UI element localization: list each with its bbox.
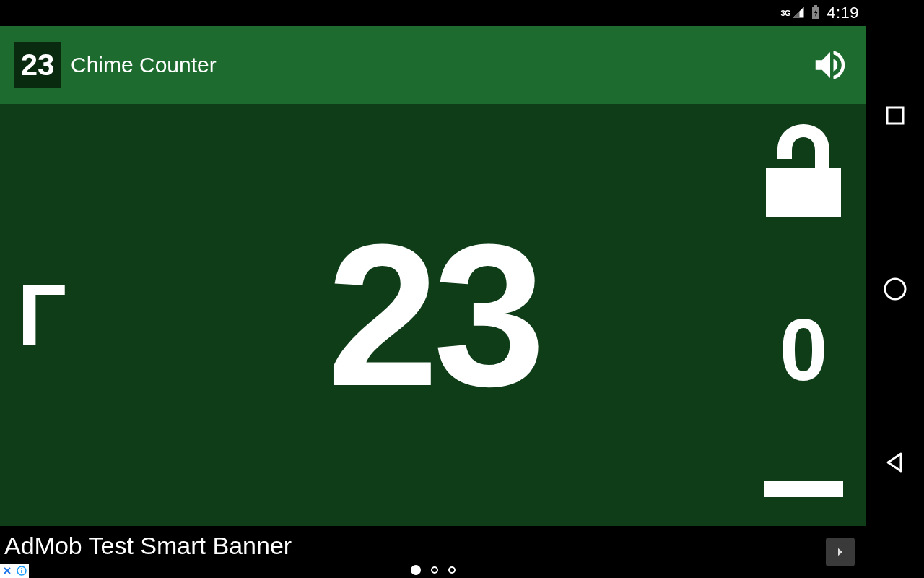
system-nav-bar — [866, 0, 924, 578]
app-title: Chime Counter — [71, 53, 808, 77]
nav-recent-button[interactable] — [883, 103, 907, 128]
decrement-button[interactable] — [764, 481, 843, 497]
circle-icon — [883, 277, 907, 301]
side-controls: 0 — [757, 104, 850, 526]
svg-rect-2 — [766, 168, 841, 217]
unlock-icon — [760, 124, 847, 218]
app-icon-text: 23 — [21, 50, 55, 80]
ad-dot-3 — [448, 566, 456, 574]
reset-zero-button[interactable]: 0 — [780, 306, 828, 393]
left-glyph: Г — [17, 272, 66, 358]
device-area: 3G 4:19 23 Chime Counter — [0, 0, 866, 578]
network-label: 3G — [780, 9, 790, 17]
ad-dot-1 — [411, 565, 421, 575]
status-time: 4:19 — [827, 4, 859, 22]
nav-back-button[interactable] — [883, 450, 907, 475]
main-area[interactable]: Г 23 0 — [0, 104, 866, 526]
ad-page-dots — [411, 565, 456, 575]
ad-text: AdMob Test Smart Banner — [4, 532, 292, 560]
signal-icon — [792, 6, 805, 21]
nav-home-button[interactable] — [883, 277, 907, 301]
action-bar: 23 Chime Counter — [0, 26, 866, 104]
volume-icon — [811, 46, 850, 85]
svg-rect-5 — [21, 568, 22, 569]
chevron-right-icon — [834, 545, 847, 558]
ad-close-button[interactable] — [0, 564, 14, 578]
info-icon — [17, 566, 27, 576]
svg-rect-4 — [21, 570, 22, 573]
sound-button[interactable] — [808, 43, 852, 87]
close-icon — [3, 566, 12, 575]
ad-dot-2 — [431, 566, 438, 574]
triangle-back-icon — [884, 451, 907, 474]
ad-next-button[interactable] — [826, 538, 855, 566]
svg-rect-0 — [814, 5, 817, 7]
svg-rect-6 — [887, 108, 903, 124]
lock-button[interactable] — [760, 124, 847, 218]
app-icon: 23 — [14, 42, 61, 88]
ad-info-button[interactable] — [14, 564, 29, 578]
screen-root: 3G 4:19 23 Chime Counter — [0, 0, 924, 578]
counter-value: 23 — [326, 214, 539, 416]
status-bar: 3G 4:19 — [0, 0, 866, 26]
svg-point-7 — [885, 279, 905, 299]
ad-banner[interactable]: AdMob Test Smart Banner — [0, 526, 866, 578]
battery-icon — [811, 5, 821, 22]
square-icon — [884, 105, 906, 126]
